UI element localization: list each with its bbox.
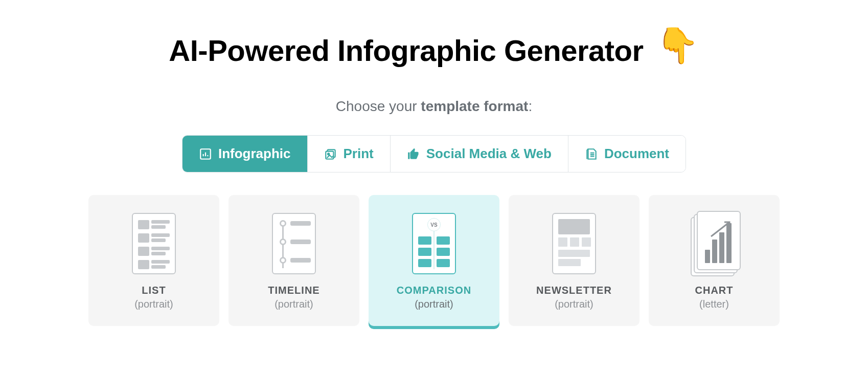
thumbs-up-icon (407, 147, 420, 161)
chart-thumb-icon (691, 211, 738, 276)
tab-document[interactable]: Document (568, 136, 686, 172)
subtitle-suffix: : (528, 98, 532, 114)
tab-print[interactable]: Print (308, 136, 391, 172)
card-title: TIMELINE (268, 285, 319, 296)
picture-icon (324, 147, 337, 161)
comparison-thumb-icon: VS (410, 211, 458, 276)
tab-label: Document (604, 146, 669, 162)
template-card-comparison[interactable]: VS COMPARISON (portrait) (369, 195, 499, 326)
newsletter-thumb-icon (551, 211, 598, 276)
pointing-down-icon: 👇 (656, 28, 699, 62)
template-card-chart[interactable]: CHART (letter) (649, 195, 780, 326)
subtitle: Choose your template format: (336, 98, 532, 115)
card-title: CHART (695, 285, 734, 296)
card-subtitle: (portrait) (555, 298, 593, 310)
svg-point-6 (328, 153, 329, 155)
card-subtitle: (portrait) (275, 298, 313, 310)
card-subtitle: (portrait) (134, 298, 173, 310)
tab-infographic[interactable]: Infographic (182, 136, 308, 172)
page-title: AI-Powered Infographic Generator (169, 33, 643, 68)
subtitle-prefix: Choose your (336, 98, 421, 114)
template-card-list[interactable]: LIST (portrait) (88, 195, 219, 326)
tab-label: Social Media & Web (426, 146, 552, 162)
list-thumb-icon (130, 211, 177, 276)
card-subtitle: (letter) (699, 298, 729, 310)
subtitle-bold: template format (421, 98, 528, 114)
tab-social-media-web[interactable]: Social Media & Web (391, 136, 568, 172)
template-card-timeline[interactable]: TIMELINE (portrait) (229, 195, 359, 326)
vs-badge: VS (427, 218, 441, 231)
chart-bar-icon (199, 147, 212, 161)
format-tab-bar: Infographic Print Social Media & Web (182, 135, 686, 172)
tab-label: Print (344, 146, 374, 162)
document-icon (585, 147, 598, 161)
card-subtitle: (portrait) (415, 298, 453, 310)
card-title: LIST (142, 285, 166, 296)
page-title-row: AI-Powered Infographic Generator 👇 (169, 33, 699, 68)
template-card-newsletter[interactable]: NEWSLETTER (portrait) (509, 195, 639, 326)
timeline-thumb-icon (270, 211, 317, 276)
card-title: NEWSLETTER (536, 285, 612, 296)
tab-label: Infographic (218, 146, 291, 162)
card-title: COMPARISON (397, 285, 471, 296)
template-card-row: LIST (portrait) TIMELINE (portrait) VS (88, 195, 780, 326)
